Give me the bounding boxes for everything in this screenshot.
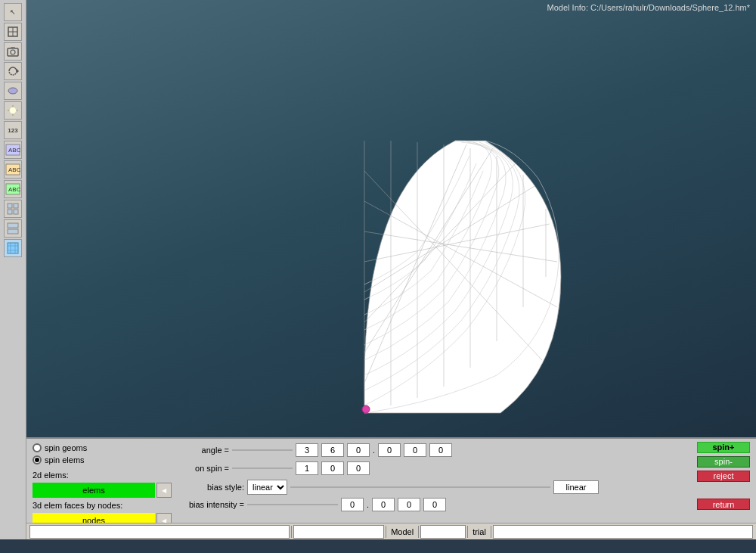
- model-label: Model: [388, 527, 417, 536]
- elems-input-row: ◀: [33, 483, 172, 498]
- bias-intensity-input-4[interactable]: [423, 498, 446, 511]
- svg-rect-23: [8, 223, 18, 228]
- spin-elems-radio[interactable]: [33, 455, 42, 464]
- mesh-display: [349, 126, 561, 415]
- angle-input-1[interactable]: [296, 443, 318, 457]
- angle-row: angle = .: [184, 443, 599, 457]
- bias-style-label: bias style:: [184, 483, 244, 492]
- elems-input[interactable]: [33, 483, 155, 498]
- on-spin-input-1[interactable]: [296, 461, 318, 475]
- on-spin-row: on spin =: [184, 461, 599, 475]
- spin-geoms-option[interactable]: spin geoms: [33, 443, 172, 452]
- right-controls: spin+ spin- reject return: [605, 439, 756, 514]
- bias-style-select[interactable]: linear: [247, 480, 287, 495]
- toolbar-icon-mesh[interactable]: [4, 23, 22, 41]
- spin-elems-option[interactable]: spin elems: [33, 455, 172, 464]
- spin-geoms-label: spin geoms: [45, 443, 87, 452]
- 3d-viewport[interactable]: Model Info: C:/Users/rahulr/Downloads/Sp…: [26, 0, 756, 539]
- angle-dot: .: [373, 446, 375, 455]
- elems-3d-row: 3d elem faces by nodes:: [33, 501, 172, 510]
- bias-intensity-row: bias intensity = .: [184, 498, 599, 511]
- status-input-2[interactable]: [493, 525, 753, 539]
- angle-input-2[interactable]: [321, 443, 344, 457]
- status-div-4: [467, 526, 468, 538]
- on-spin-label: on spin =: [184, 464, 229, 473]
- toolbar-icon-numbers[interactable]: 123: [4, 121, 22, 139]
- angle-input-6[interactable]: [429, 443, 452, 457]
- spin-elems-dot: [35, 458, 39, 462]
- toolbar-icon-camera[interactable]: [4, 42, 22, 61]
- svg-rect-22: [14, 210, 18, 214]
- bias-intensity-dot: .: [367, 500, 369, 509]
- bias-intensity-label: bias intensity =: [184, 500, 244, 509]
- bias-intensity-input-3[interactable]: [398, 498, 420, 511]
- reject-button[interactable]: reject: [697, 471, 750, 482]
- bias-style-slider[interactable]: [290, 486, 550, 488]
- status-div-2: [386, 526, 386, 538]
- left-toolbar: ↖ 123 ABC ABC ABC: [0, 0, 26, 539]
- spin-plus-button[interactable]: spin+: [697, 442, 750, 453]
- toolbar-icon-rotate[interactable]: [4, 62, 22, 80]
- toolbar-icon-abc2[interactable]: ABC: [4, 160, 22, 179]
- svg-point-7: [8, 88, 17, 94]
- elems-2d-row: 2d elems:: [33, 471, 172, 480]
- svg-rect-19: [8, 203, 12, 208]
- svg-point-4: [11, 50, 15, 54]
- toolbar-icon-view2[interactable]: [4, 219, 22, 238]
- svg-text:ABC: ABC: [8, 186, 21, 193]
- svg-point-8: [10, 107, 16, 113]
- status-div-5: [491, 526, 491, 538]
- bias-intensity-input-2[interactable]: [372, 498, 395, 511]
- spin-options: spin geoms spin elems: [33, 443, 172, 464]
- status-div-3: [418, 526, 419, 538]
- svg-rect-5: [11, 47, 15, 49]
- svg-rect-25: [8, 243, 18, 253]
- svg-rect-21: [8, 210, 12, 214]
- bias-style-row: bias style: linear: [184, 480, 599, 495]
- svg-rect-24: [8, 229, 18, 234]
- toolbar-icon-surface[interactable]: [4, 82, 22, 100]
- svg-point-46: [362, 405, 370, 413]
- status-model-input[interactable]: [293, 525, 384, 539]
- status-bar: Model trial: [26, 523, 756, 539]
- angle-label: angle =: [184, 446, 229, 455]
- toolbar-icon-select[interactable]: ↖: [4, 3, 22, 21]
- status-div-1: [291, 526, 292, 538]
- trial-label: trial: [469, 527, 489, 536]
- left-controls: spin geoms spin elems 2d elems:: [26, 439, 178, 514]
- model-info: Model Info: C:/Users/rahulr/Downloads/Sp…: [547, 3, 750, 12]
- elems-2d-label: 2d elems:: [33, 471, 69, 480]
- elems-nav-btn[interactable]: ◀: [156, 483, 172, 498]
- toolbar-icon-active[interactable]: [4, 239, 22, 257]
- angle-input-5[interactable]: [404, 443, 426, 457]
- on-spin-slider[interactable]: [232, 468, 293, 469]
- toolbar-icon-view1[interactable]: [4, 200, 22, 218]
- toolbar-icon-abc3[interactable]: ABC: [4, 180, 22, 198]
- spin-minus-button[interactable]: spin-: [697, 456, 750, 468]
- spin-geoms-radio[interactable]: [33, 443, 42, 452]
- svg-text:ABC: ABC: [8, 166, 21, 173]
- on-spin-input-2[interactable]: [321, 461, 344, 475]
- status-input-1[interactable]: [29, 525, 290, 539]
- toolbar-icon-abc1[interactable]: ABC: [4, 141, 22, 159]
- svg-rect-20: [14, 203, 18, 208]
- svg-text:ABC: ABC: [8, 147, 21, 154]
- spin-elems-label: spin elems: [45, 455, 85, 464]
- bias-intensity-slider[interactable]: [247, 504, 338, 505]
- return-button[interactable]: return: [697, 499, 750, 510]
- control-panel: spin geoms spin elems 2d elems:: [26, 437, 756, 539]
- bias-intensity-input-1[interactable]: [341, 498, 364, 511]
- angle-slider[interactable]: [232, 449, 293, 451]
- status-trial-input[interactable]: [420, 525, 466, 539]
- center-controls: angle = . on spin =: [178, 439, 605, 514]
- angle-input-4[interactable]: [378, 443, 401, 457]
- bias-style-value-input[interactable]: [553, 480, 599, 494]
- elems-3d-label: 3d elem faces by nodes:: [33, 501, 122, 510]
- controls-area: spin geoms spin elems 2d elems:: [26, 439, 756, 514]
- angle-input-3[interactable]: [347, 443, 370, 457]
- on-spin-input-3[interactable]: [347, 461, 370, 475]
- toolbar-icon-light[interactable]: [4, 101, 22, 120]
